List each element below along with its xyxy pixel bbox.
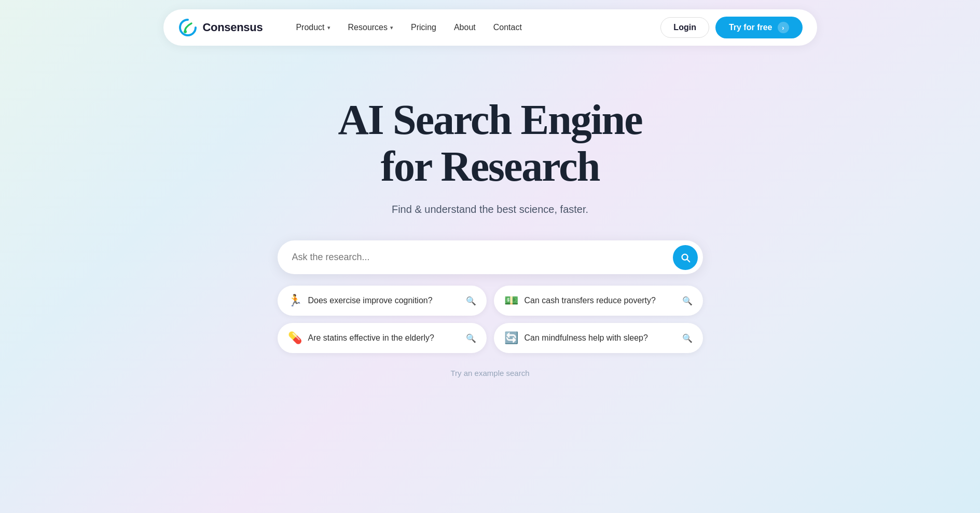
try-free-button[interactable]: Try for free › xyxy=(715,17,803,38)
nav-contact[interactable]: Contact xyxy=(486,19,529,36)
arrow-right-icon: › xyxy=(778,22,789,33)
suggestions-grid: 🏃 Does exercise improve cognition? 🔍 💵 C… xyxy=(278,286,703,353)
search-icon: 🔍 xyxy=(682,296,693,306)
suggestion-statins[interactable]: 💊 Are statins effective in the elderly? … xyxy=(278,323,487,353)
navbar-right: Login Try for free › xyxy=(660,17,802,38)
statins-emoji: 💊 xyxy=(288,331,302,345)
mindfulness-emoji: 🔄 xyxy=(504,331,518,345)
suggestion-mindfulness[interactable]: 🔄 Can mindfulness help with sleep? 🔍 xyxy=(494,323,703,353)
navbar-nav: Product ▾ Resources ▾ Pricing About Cont… xyxy=(288,19,529,36)
nav-resources-label: Resources xyxy=(348,23,388,32)
search-icon: 🔍 xyxy=(466,333,476,343)
navbar: Consensus Product ▾ Resources ▾ Pricing … xyxy=(163,9,817,46)
suggestion-cash-text: Can cash transfers reduce poverty? xyxy=(524,296,676,305)
search-container xyxy=(278,240,703,274)
hero-subtitle: Find & understand the best science, fast… xyxy=(392,204,588,215)
logo-text: Consensus xyxy=(203,21,263,34)
hero-title: AI Search Engine for Research xyxy=(338,97,642,190)
suggestion-statins-text: Are statins effective in the elderly? xyxy=(308,333,460,343)
cash-emoji: 💵 xyxy=(504,294,518,307)
nav-about-label: About xyxy=(454,23,476,32)
consensus-logo-icon xyxy=(178,18,198,37)
hero-section: AI Search Engine for Research Find & und… xyxy=(0,55,980,398)
nav-product[interactable]: Product ▾ xyxy=(288,19,337,36)
navbar-left: Consensus Product ▾ Resources ▾ Pricing … xyxy=(178,18,529,37)
search-icon xyxy=(680,252,691,263)
exercise-emoji: 🏃 xyxy=(288,294,302,307)
search-icon: 🔍 xyxy=(466,296,476,306)
hero-title-line2: for Research xyxy=(381,143,600,190)
nav-pricing[interactable]: Pricing xyxy=(404,19,444,36)
svg-point-0 xyxy=(184,30,187,33)
chevron-down-icon: ▾ xyxy=(327,24,330,31)
nav-pricing-label: Pricing xyxy=(411,23,436,32)
search-icon: 🔍 xyxy=(682,333,693,343)
suggestion-exercise-text: Does exercise improve cognition? xyxy=(308,296,460,305)
search-button[interactable] xyxy=(673,245,698,270)
nav-about[interactable]: About xyxy=(447,19,483,36)
nav-product-label: Product xyxy=(296,23,324,32)
search-input[interactable] xyxy=(278,240,703,274)
suggestion-exercise[interactable]: 🏃 Does exercise improve cognition? 🔍 xyxy=(278,286,487,316)
suggestion-mindfulness-text: Can mindfulness help with sleep? xyxy=(524,333,676,343)
nav-contact-label: Contact xyxy=(493,23,522,32)
hero-title-line1: AI Search Engine xyxy=(338,96,642,143)
suggestion-cash[interactable]: 💵 Can cash transfers reduce poverty? 🔍 xyxy=(494,286,703,316)
login-button[interactable]: Login xyxy=(660,17,709,38)
nav-resources[interactable]: Resources ▾ xyxy=(341,19,401,36)
chevron-down-icon: ▾ xyxy=(390,24,393,31)
try-example-label[interactable]: Try an example search xyxy=(450,369,529,377)
try-free-label: Try for free xyxy=(729,23,772,32)
